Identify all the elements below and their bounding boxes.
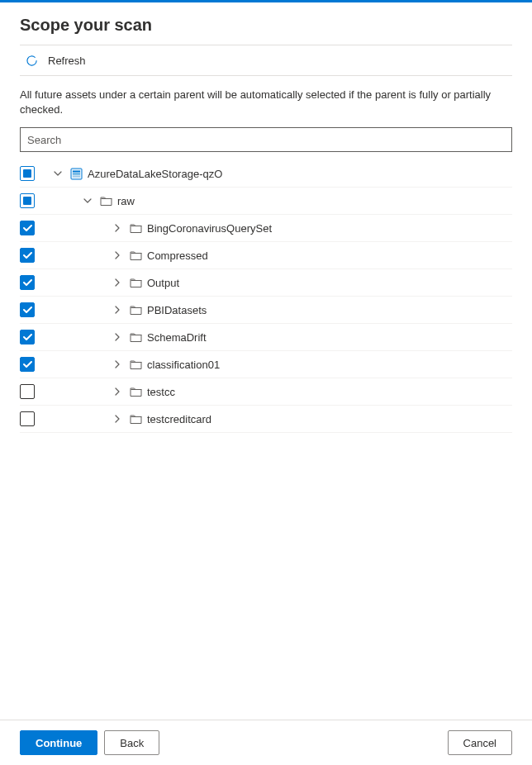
chevron-down-icon[interactable] bbox=[51, 167, 64, 180]
search-wrapper bbox=[20, 127, 512, 152]
folder-icon bbox=[129, 249, 142, 262]
checkbox[interactable] bbox=[20, 248, 35, 263]
search-input[interactable] bbox=[27, 134, 505, 146]
tree-item-label: Output bbox=[147, 277, 179, 289]
tree-row[interactable]: PBIDatasets bbox=[20, 297, 512, 324]
storage-icon bbox=[69, 167, 83, 180]
checkbox[interactable] bbox=[20, 330, 35, 344]
tree-row[interactable]: testcc bbox=[20, 378, 512, 406]
back-button[interactable]: Back bbox=[104, 730, 159, 755]
checkbox[interactable] bbox=[20, 411, 35, 426]
refresh-label: Refresh bbox=[48, 55, 86, 67]
folder-icon bbox=[129, 412, 142, 425]
checkbox[interactable] bbox=[20, 221, 35, 235]
tree-item-label: testcreditcard bbox=[147, 413, 211, 425]
folder-icon bbox=[129, 221, 142, 235]
chevron-right-icon[interactable] bbox=[111, 249, 124, 262]
tree-row[interactable]: testcreditcard bbox=[20, 406, 512, 433]
toolbar: Refresh bbox=[20, 45, 512, 76]
tree-item-label: BingCoronavirusQuerySet bbox=[147, 222, 272, 235]
tree-item-label: SchemaDrift bbox=[147, 331, 207, 344]
tree-row[interactable]: BingCoronavirusQuerySet bbox=[20, 215, 512, 242]
continue-button[interactable]: Continue bbox=[20, 730, 97, 755]
tree-item-label: PBIDatasets bbox=[147, 304, 207, 316]
refresh-icon bbox=[25, 54, 38, 67]
checkbox[interactable] bbox=[20, 384, 35, 399]
folder-icon bbox=[129, 276, 142, 289]
checkbox[interactable] bbox=[20, 166, 35, 181]
tree-item-label: testcc bbox=[147, 386, 175, 398]
tree-item-label: classification01 bbox=[147, 359, 220, 371]
chevron-right-icon[interactable] bbox=[111, 221, 124, 235]
chevron-right-icon[interactable] bbox=[111, 412, 124, 425]
checkbox[interactable] bbox=[20, 193, 35, 208]
refresh-button[interactable]: Refresh bbox=[20, 50, 91, 70]
tree-row[interactable]: classification01 bbox=[20, 351, 512, 378]
footer: Continue Back Cancel bbox=[0, 720, 532, 765]
chevron-down-icon[interactable] bbox=[81, 194, 94, 207]
checkbox[interactable] bbox=[20, 357, 35, 372]
tree-row[interactable]: raw bbox=[20, 188, 512, 215]
folder-icon bbox=[129, 303, 142, 316]
page-title: Scope your scan bbox=[20, 16, 512, 35]
chevron-right-icon[interactable] bbox=[111, 330, 124, 344]
cancel-button[interactable]: Cancel bbox=[448, 730, 512, 755]
folder-icon bbox=[99, 194, 112, 207]
chevron-right-icon[interactable] bbox=[111, 303, 124, 316]
chevron-right-icon[interactable] bbox=[111, 358, 124, 371]
tree-row[interactable]: AzureDataLakeStorage-qzO bbox=[20, 160, 512, 188]
folder-icon bbox=[129, 330, 142, 344]
tree-item-label: Compressed bbox=[147, 249, 208, 262]
chevron-right-icon[interactable] bbox=[111, 385, 124, 398]
tree-item-label: raw bbox=[117, 195, 135, 207]
description-text: All future assets under a certain parent… bbox=[20, 88, 512, 117]
scope-tree: AzureDataLakeStorage-qzOrawBingCoronavir… bbox=[20, 160, 512, 720]
tree-row[interactable]: Output bbox=[20, 269, 512, 297]
chevron-right-icon[interactable] bbox=[111, 276, 124, 289]
checkbox[interactable] bbox=[20, 302, 35, 317]
tree-item-label: AzureDataLakeStorage-qzO bbox=[88, 168, 222, 180]
checkbox[interactable] bbox=[20, 275, 35, 290]
tree-row[interactable]: SchemaDrift bbox=[20, 324, 512, 351]
folder-icon bbox=[129, 358, 142, 371]
tree-row[interactable]: Compressed bbox=[20, 242, 512, 269]
folder-icon bbox=[129, 385, 142, 398]
